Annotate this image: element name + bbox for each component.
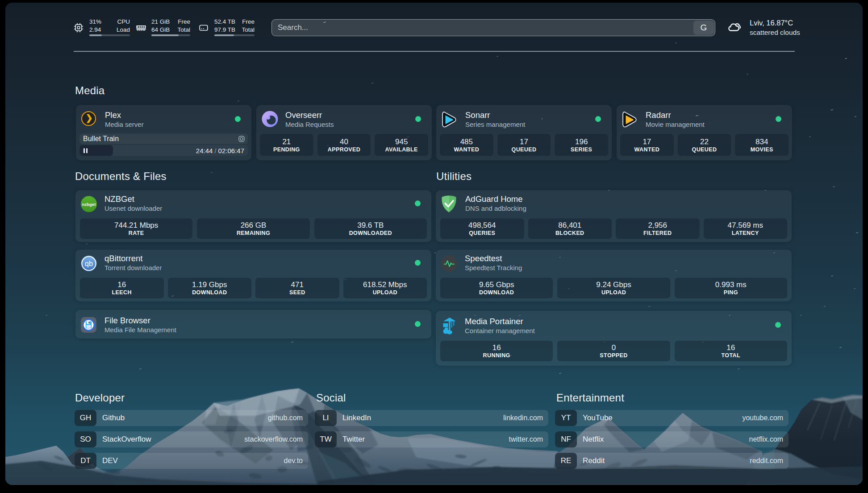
svg-text:nzbget: nzbget bbox=[82, 202, 96, 207]
svg-text:qb: qb bbox=[85, 259, 93, 267]
